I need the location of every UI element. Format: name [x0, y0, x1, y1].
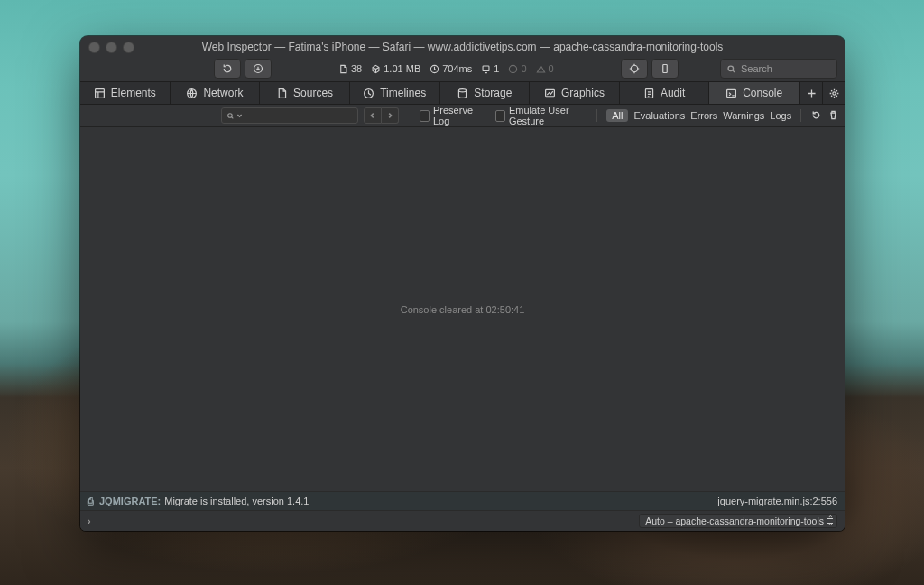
toolbar-search[interactable]: Search [720, 59, 837, 79]
gear-icon [828, 88, 840, 99]
network-icon [186, 88, 198, 99]
resources-count: 38 [351, 63, 362, 74]
console-icon [725, 88, 737, 99]
warnings-metric: 0 [536, 63, 554, 74]
tab-label: Elements [111, 87, 156, 99]
filter-warnings[interactable]: Warnings [723, 110, 764, 121]
resources-metric: 38 [338, 63, 362, 74]
tab-label: Console [743, 87, 782, 99]
tab-label: Timelines [380, 87, 426, 99]
tab-label: Audit [661, 87, 685, 99]
svg-rect-13 [727, 89, 736, 97]
svg-point-6 [728, 66, 734, 71]
download-button[interactable] [245, 59, 272, 79]
console-log-row[interactable]: ⎙ JQMIGRATE: Migrate is installed, versi… [80, 491, 845, 510]
log-message: Migrate is installed, version 1.4.1 [164, 496, 309, 506]
log-prefix: JQMIGRATE: [99, 496, 161, 506]
tab-console[interactable]: Console [709, 82, 799, 104]
separator [800, 109, 801, 122]
inspector-tabs: Elements Network Sources Timelines Stora… [80, 81, 845, 105]
updown-icon: ⌃⌄ [827, 516, 834, 525]
new-tab-button[interactable] [799, 82, 822, 104]
tab-label: Sources [293, 87, 333, 99]
tab-audit[interactable]: Audit [620, 82, 710, 104]
size-value: 1.01 MB [383, 63, 420, 74]
svg-rect-2 [483, 66, 489, 71]
window-title: Web Inspector — Fatima's iPhone — Safari… [80, 41, 845, 53]
traffic-lights [88, 42, 134, 53]
filter-errors[interactable]: Errors [690, 110, 717, 121]
console-filter-bar: Preserve Log Emulate User Gesture All Ev… [80, 105, 845, 127]
tab-network[interactable]: Network [171, 82, 261, 104]
time-metric: 704ms [430, 63, 472, 74]
settings-button[interactable] [822, 82, 845, 104]
tab-storage[interactable]: Storage [440, 82, 531, 104]
reload-button[interactable] [214, 59, 241, 79]
trash-icon [827, 109, 839, 121]
prompt-cursor [97, 515, 97, 526]
filter-logs[interactable]: Logs [770, 110, 791, 121]
console-cleared-message: Console cleared at 02:50:41 [80, 127, 845, 491]
requests-value: 1 [494, 63, 499, 74]
elements-icon [94, 88, 106, 99]
sources-icon [276, 88, 288, 99]
svg-rect-5 [663, 65, 668, 73]
close-window-button[interactable] [88, 42, 100, 53]
reload-icon [810, 109, 822, 121]
window-titlebar: Web Inspector — Fatima's iPhone — Safari… [80, 36, 845, 56]
size-metric: 1.01 MB [371, 63, 420, 74]
filter-evaluations[interactable]: Evaluations [633, 110, 685, 121]
search-icon [226, 112, 235, 120]
desktop-wallpaper: Web Inspector — Fatima's iPhone — Safari… [0, 0, 924, 585]
chevron-down-icon [236, 113, 243, 119]
warnings-value: 0 [549, 63, 554, 74]
search-icon [726, 64, 736, 74]
toolbar-search-placeholder: Search [741, 63, 772, 74]
tab-graphics[interactable]: Graphics [530, 82, 620, 104]
tab-label: Storage [474, 87, 512, 99]
svg-point-14 [832, 91, 835, 94]
info-value: 0 [521, 63, 526, 74]
tab-timelines[interactable]: Timelines [350, 82, 440, 104]
emulate-user-gesture-checkbox[interactable]: Emulate User Gesture [495, 105, 587, 126]
clear-console-button[interactable] [827, 109, 839, 123]
timelines-icon [363, 88, 374, 99]
device-button[interactable] [651, 59, 679, 79]
console-prompt-row[interactable]: › Auto – apache-cassandra-monitoring-too… [80, 510, 845, 531]
tab-sources[interactable]: Sources [260, 82, 350, 104]
preserve-log-checkbox[interactable]: Preserve Log [420, 105, 480, 126]
filter-all[interactable]: All [606, 109, 628, 122]
execution-context-selector[interactable]: Auto – apache-cassandra-monitoring-tools… [639, 514, 837, 528]
tab-label: Graphics [561, 87, 605, 99]
zoom-window-button[interactable] [123, 42, 134, 53]
svg-point-10 [459, 88, 467, 91]
graphics-icon [544, 88, 556, 99]
checkbox-box [495, 110, 505, 122]
info-metric: 0 [508, 63, 526, 74]
inspector-toolbar: 38 1.01 MB 704ms 1 0 [80, 56, 845, 81]
tab-label: Network [203, 87, 243, 99]
time-value: 704ms [442, 63, 472, 74]
svg-rect-7 [95, 88, 104, 98]
filter-next-button[interactable] [382, 107, 399, 124]
web-inspector-window: Web Inspector — Fatima's iPhone — Safari… [80, 36, 845, 531]
preserve-log-label: Preserve Log [433, 105, 480, 126]
plus-icon [806, 88, 818, 99]
emulate-label: Emulate User Gesture [509, 105, 587, 126]
log-source-link[interactable]: jquery-migrate.min.js:2:556 [717, 496, 837, 506]
minimize-window-button[interactable] [106, 42, 117, 53]
console-body: Console cleared at 02:50:41 ⎙ JQMIGRATE:… [80, 127, 845, 531]
context-label: Auto – apache-cassandra-monitoring-tools [645, 515, 824, 526]
separator [596, 109, 597, 122]
requests-metric: 1 [481, 63, 499, 74]
filter-prev-button[interactable] [364, 107, 382, 124]
log-level-icon: ⎙ [88, 496, 94, 506]
element-selection-button[interactable] [621, 59, 648, 79]
prompt-chevron-icon: › [88, 515, 91, 526]
tab-elements[interactable]: Elements [80, 82, 171, 104]
reload-console-button[interactable] [810, 109, 822, 123]
svg-point-15 [228, 113, 233, 117]
console-filter-search[interactable] [221, 107, 358, 124]
svg-point-4 [631, 65, 638, 72]
storage-icon [457, 88, 468, 99]
